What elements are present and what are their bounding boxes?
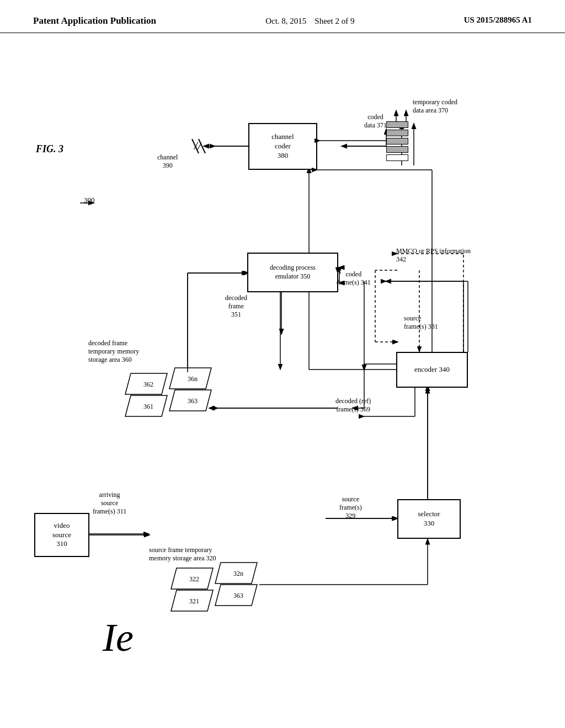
channel-slash-icon: //: [193, 138, 202, 154]
decoded-ref-label: decoded (ref)frame(s) 369: [335, 397, 371, 414]
source-frame-mem-label: source frame temporarymemory storage are…: [149, 546, 216, 563]
svg-text:36n: 36n: [188, 375, 198, 383]
coded-data-rect-4: [386, 146, 408, 153]
channel-label: channel390: [157, 153, 178, 170]
coded-data-rect-2: [386, 130, 408, 136]
decoding-emulator-box: decoding processemulator 350: [247, 253, 338, 292]
svg-text:363: 363: [188, 397, 198, 405]
encoder-box: encoder 340: [396, 352, 468, 388]
video-source-box: videosource310: [34, 513, 89, 557]
coded-data-label: codeddata 371: [364, 113, 387, 130]
arriving-source-label: arrivingsourceframe(s) 311: [93, 491, 126, 516]
temp-coded-label: temporary codeddata area 370: [413, 98, 457, 115]
para-361: 361: [124, 394, 168, 417]
svg-text:32n: 32n: [233, 570, 243, 577]
decoded-frame-mem-label: decoded frametemporary memorystorage are…: [88, 339, 139, 364]
page-header: Patent Application Publication Oct. 8, 2…: [0, 0, 565, 33]
svg-text:362: 362: [143, 381, 153, 388]
source-frames-329-label: sourceframe(s)329: [339, 495, 362, 520]
coded-frames-label: codedframe(s) 341: [337, 270, 371, 287]
channel-coder-box: channelcoder380: [248, 123, 317, 170]
para-32n: 32n: [214, 561, 258, 585]
sheet-info: Sheet 2 of 9: [315, 17, 354, 25]
header-center: Oct. 8, 2015 Sheet 2 of 9: [265, 15, 354, 27]
ie-logo: Ie: [103, 615, 134, 661]
fig-300-label: 300: [84, 196, 95, 205]
patent-number: US 2015/288965 A1: [464, 15, 532, 25]
para-362: 362: [124, 372, 168, 395]
coded-data-rect-3: [386, 138, 408, 144]
para-322: 322: [170, 567, 214, 590]
para-363b: 363: [214, 584, 258, 607]
coded-data-rect-5: [386, 154, 408, 161]
para-321: 321: [170, 589, 214, 612]
para-36n: 36n: [168, 367, 212, 390]
decoded-frame-label: decodedframe351: [225, 294, 247, 319]
source-frames-331-label: sourceframe(s) 331: [404, 314, 438, 331]
para-363: 363: [168, 389, 212, 412]
coded-data-rect-1: [386, 121, 408, 128]
svg-text:361: 361: [143, 403, 153, 410]
mmco-label: MMCO or RPS information342: [396, 247, 471, 264]
svg-text:321: 321: [189, 597, 199, 605]
diagram-area: FIG. 3 300 videosource310 selector330 en…: [0, 33, 565, 706]
svg-text:322: 322: [189, 575, 199, 583]
publication-date: Oct. 8, 2015: [265, 17, 306, 25]
selector-box: selector330: [397, 499, 461, 539]
svg-text:363: 363: [233, 592, 243, 599]
publication-label: Patent Application Publication: [33, 15, 156, 26]
fig-label: FIG. 3: [36, 143, 63, 155]
